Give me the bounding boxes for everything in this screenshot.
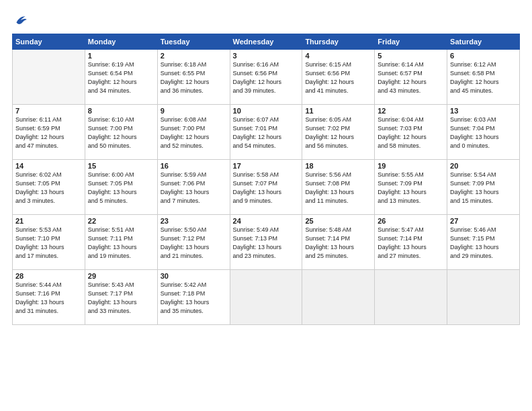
calendar-day-cell xyxy=(375,270,447,325)
calendar-day-cell xyxy=(230,270,302,325)
day-info: Sunrise: 6:19 AM Sunset: 6:54 PM Dayligh… xyxy=(88,60,154,95)
day-info: Sunrise: 5:56 AM Sunset: 7:08 PM Dayligh… xyxy=(305,171,371,205)
calendar-body: 1Sunrise: 6:19 AM Sunset: 6:54 PM Daylig… xyxy=(13,50,520,325)
day-info: Sunrise: 6:00 AM Sunset: 7:05 PM Dayligh… xyxy=(88,171,154,205)
day-info: Sunrise: 5:59 AM Sunset: 7:06 PM Dayligh… xyxy=(161,171,227,205)
calendar-week-row: 14Sunrise: 6:02 AM Sunset: 7:05 PM Dayli… xyxy=(13,160,520,215)
calendar-day-cell: 30Sunrise: 5:42 AM Sunset: 7:18 PM Dayli… xyxy=(157,270,230,325)
day-info: Sunrise: 6:15 AM Sunset: 6:56 PM Dayligh… xyxy=(305,60,371,95)
day-number: 2 xyxy=(161,52,227,60)
day-info: Sunrise: 6:16 AM Sunset: 6:56 PM Dayligh… xyxy=(233,60,300,95)
calendar-day-cell: 27Sunrise: 5:46 AM Sunset: 7:15 PM Dayli… xyxy=(447,215,520,270)
day-info: Sunrise: 6:14 AM Sunset: 6:57 PM Dayligh… xyxy=(378,60,444,95)
day-number: 1 xyxy=(88,52,154,60)
calendar-day-cell: 22Sunrise: 5:51 AM Sunset: 7:11 PM Dayli… xyxy=(85,215,157,270)
logo-bird-icon xyxy=(13,12,28,27)
calendar-day-cell xyxy=(13,50,85,105)
day-number: 11 xyxy=(305,107,371,115)
calendar-day-cell: 2Sunrise: 6:18 AM Sunset: 6:55 PM Daylig… xyxy=(157,50,230,105)
calendar-day-cell xyxy=(302,270,375,325)
day-info: Sunrise: 5:51 AM Sunset: 7:11 PM Dayligh… xyxy=(88,226,154,261)
calendar-week-row: 21Sunrise: 5:53 AM Sunset: 7:10 PM Dayli… xyxy=(13,215,520,270)
day-info: Sunrise: 6:18 AM Sunset: 6:55 PM Dayligh… xyxy=(161,60,227,95)
calendar-day-cell: 21Sunrise: 5:53 AM Sunset: 7:10 PM Dayli… xyxy=(13,215,85,270)
day-info: Sunrise: 6:03 AM Sunset: 7:04 PM Dayligh… xyxy=(450,116,517,150)
weekday-header-cell: Monday xyxy=(85,34,157,50)
calendar-day-cell: 1Sunrise: 6:19 AM Sunset: 6:54 PM Daylig… xyxy=(85,50,157,105)
day-number: 22 xyxy=(88,217,154,225)
day-number: 19 xyxy=(378,162,444,170)
day-info: Sunrise: 6:04 AM Sunset: 7:03 PM Dayligh… xyxy=(378,116,444,150)
day-number: 9 xyxy=(161,107,227,115)
calendar-week-row: 1Sunrise: 6:19 AM Sunset: 6:54 PM Daylig… xyxy=(13,50,520,105)
day-number: 5 xyxy=(378,52,444,60)
day-info: Sunrise: 5:44 AM Sunset: 7:16 PM Dayligh… xyxy=(15,281,82,316)
calendar-day-cell: 23Sunrise: 5:50 AM Sunset: 7:12 PM Dayli… xyxy=(157,215,230,270)
calendar-day-cell: 18Sunrise: 5:56 AM Sunset: 7:08 PM Dayli… xyxy=(302,160,375,215)
weekday-header-cell: Sunday xyxy=(13,34,85,50)
calendar-day-cell: 4Sunrise: 6:15 AM Sunset: 6:56 PM Daylig… xyxy=(302,50,375,105)
calendar-day-cell: 15Sunrise: 6:00 AM Sunset: 7:05 PM Dayli… xyxy=(85,160,157,215)
day-number: 6 xyxy=(450,52,517,60)
weekday-header-cell: Saturday xyxy=(447,34,520,50)
day-info: Sunrise: 5:50 AM Sunset: 7:12 PM Dayligh… xyxy=(161,226,227,261)
calendar-week-row: 28Sunrise: 5:44 AM Sunset: 7:16 PM Dayli… xyxy=(13,270,520,325)
calendar-day-cell: 29Sunrise: 5:43 AM Sunset: 7:17 PM Dayli… xyxy=(85,270,157,325)
calendar-day-cell: 16Sunrise: 5:59 AM Sunset: 7:06 PM Dayli… xyxy=(157,160,230,215)
calendar-day-cell: 9Sunrise: 6:08 AM Sunset: 7:00 PM Daylig… xyxy=(157,105,230,160)
day-number: 21 xyxy=(15,217,82,225)
day-number: 28 xyxy=(15,272,82,280)
calendar-day-cell: 8Sunrise: 6:10 AM Sunset: 7:00 PM Daylig… xyxy=(85,105,157,160)
calendar-day-cell: 24Sunrise: 5:49 AM Sunset: 7:13 PM Dayli… xyxy=(230,215,302,270)
day-number: 17 xyxy=(233,162,300,170)
day-number: 13 xyxy=(450,107,517,115)
calendar-day-cell: 13Sunrise: 6:03 AM Sunset: 7:04 PM Dayli… xyxy=(447,105,520,160)
day-number: 20 xyxy=(450,162,517,170)
weekday-header-cell: Wednesday xyxy=(230,34,302,50)
calendar-day-cell: 26Sunrise: 5:47 AM Sunset: 7:14 PM Dayli… xyxy=(375,215,447,270)
calendar-day-cell: 10Sunrise: 6:07 AM Sunset: 7:01 PM Dayli… xyxy=(230,105,302,160)
day-number: 7 xyxy=(15,107,82,115)
day-info: Sunrise: 6:12 AM Sunset: 6:58 PM Dayligh… xyxy=(450,60,517,95)
day-number: 3 xyxy=(233,52,300,60)
day-number: 24 xyxy=(233,217,300,225)
day-info: Sunrise: 5:46 AM Sunset: 7:15 PM Dayligh… xyxy=(450,226,517,261)
calendar-week-row: 7Sunrise: 6:11 AM Sunset: 6:59 PM Daylig… xyxy=(13,105,520,160)
calendar-day-cell: 14Sunrise: 6:02 AM Sunset: 7:05 PM Dayli… xyxy=(13,160,85,215)
day-number: 25 xyxy=(305,217,371,225)
day-info: Sunrise: 6:10 AM Sunset: 7:00 PM Dayligh… xyxy=(88,116,154,150)
day-info: Sunrise: 5:42 AM Sunset: 7:18 PM Dayligh… xyxy=(161,281,227,316)
day-info: Sunrise: 5:43 AM Sunset: 7:17 PM Dayligh… xyxy=(88,281,154,316)
calendar-day-cell: 17Sunrise: 5:58 AM Sunset: 7:07 PM Dayli… xyxy=(230,160,302,215)
day-number: 18 xyxy=(305,162,371,170)
calendar-day-cell: 28Sunrise: 5:44 AM Sunset: 7:16 PM Dayli… xyxy=(13,270,85,325)
logo xyxy=(12,12,28,27)
day-number: 12 xyxy=(378,107,444,115)
calendar-day-cell: 20Sunrise: 5:54 AM Sunset: 7:09 PM Dayli… xyxy=(447,160,520,215)
calendar-table: SundayMondayTuesdayWednesdayThursdayFrid… xyxy=(12,34,520,325)
day-number: 15 xyxy=(88,162,154,170)
day-number: 30 xyxy=(161,272,227,280)
header xyxy=(12,12,520,27)
day-number: 29 xyxy=(88,272,154,280)
weekday-header-cell: Thursday xyxy=(302,34,375,50)
day-number: 8 xyxy=(88,107,154,115)
day-info: Sunrise: 5:47 AM Sunset: 7:14 PM Dayligh… xyxy=(378,226,444,261)
day-info: Sunrise: 5:58 AM Sunset: 7:07 PM Dayligh… xyxy=(233,171,300,205)
day-number: 23 xyxy=(161,217,227,225)
day-number: 27 xyxy=(450,217,517,225)
day-number: 10 xyxy=(233,107,300,115)
weekday-header-cell: Friday xyxy=(375,34,447,50)
day-number: 26 xyxy=(378,217,444,225)
day-info: Sunrise: 5:53 AM Sunset: 7:10 PM Dayligh… xyxy=(15,226,82,261)
calendar-day-cell: 11Sunrise: 6:05 AM Sunset: 7:02 PM Dayli… xyxy=(302,105,375,160)
day-number: 16 xyxy=(161,162,227,170)
calendar-day-cell: 5Sunrise: 6:14 AM Sunset: 6:57 PM Daylig… xyxy=(375,50,447,105)
calendar-day-cell xyxy=(447,270,520,325)
calendar-day-cell: 3Sunrise: 6:16 AM Sunset: 6:56 PM Daylig… xyxy=(230,50,302,105)
day-info: Sunrise: 5:55 AM Sunset: 7:09 PM Dayligh… xyxy=(378,171,444,205)
day-number: 4 xyxy=(305,52,371,60)
day-number: 14 xyxy=(15,162,82,170)
day-info: Sunrise: 6:02 AM Sunset: 7:05 PM Dayligh… xyxy=(15,171,82,205)
day-info: Sunrise: 6:08 AM Sunset: 7:00 PM Dayligh… xyxy=(161,116,227,150)
